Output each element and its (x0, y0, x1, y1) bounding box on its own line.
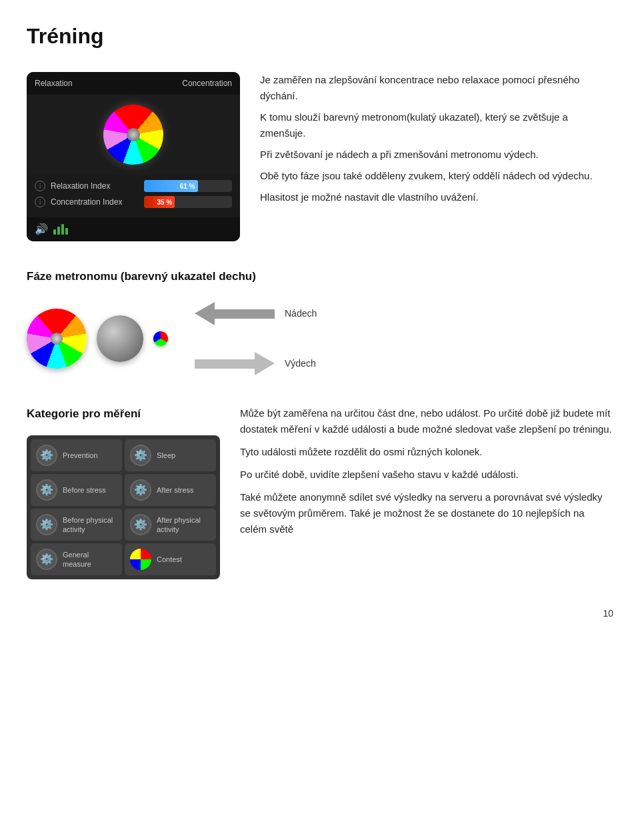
kat-contest-icon (130, 549, 151, 570)
svg-marker-0 (195, 302, 275, 325)
kat-after-physical-label: After physical activity (157, 515, 211, 535)
app-label-concentration: Concentration (182, 77, 232, 89)
concentration-bar: 35 % (144, 196, 175, 208)
concentration-index-label: Concentration Index (51, 196, 139, 208)
app-label-relaxation: Relaxation (35, 77, 73, 89)
intro-p2: K tomu slouží barevný metronom(kulatý uk… (260, 109, 613, 141)
kat-before-physical-label: Before physical activity (63, 515, 117, 535)
metronome-dial-medium (97, 315, 143, 362)
app-bottom-bar: 🔊 (27, 217, 240, 241)
relaxation-bar: 61 % (144, 180, 198, 192)
concentration-pct: 35 % (157, 197, 172, 207)
nadech-label: Nádech (285, 307, 317, 321)
kategorie-left: Kategorie pro měření ⚙️ Prevention ⚙️ Sl… (27, 405, 220, 580)
kat-prevention-label: Prevention (63, 451, 98, 460)
nadech-group: Nádech (195, 299, 317, 329)
concentration-index-row: i Concentration Index 35 % (35, 196, 232, 208)
vydech-arrow-icon (195, 349, 275, 379)
kat-before-physical-icon: ⚙️ (36, 514, 57, 535)
top-section: Relaxation Concentration i Relaxation In… (27, 72, 613, 241)
kat-before-physical[interactable]: ⚙️ Before physical activity (31, 509, 122, 541)
kat-contest[interactable]: Contest (125, 543, 216, 575)
main-dial (103, 105, 163, 165)
app-top-bar: Relaxation Concentration (27, 72, 240, 95)
kat-after-stress-icon: ⚙️ (130, 479, 151, 501)
kat-general-measure-label: General measure (63, 550, 117, 569)
relaxation-bar-container: 61 % (144, 180, 232, 192)
volume-bars (53, 224, 68, 235)
vydech-label: Výdech (285, 357, 316, 371)
arrows-wrapper: Nádech Výdech (195, 299, 317, 379)
kat-prevention[interactable]: ⚙️ Prevention (31, 439, 122, 471)
vol-bar-4 (65, 228, 68, 235)
vol-bar-1 (53, 229, 56, 235)
kat-after-stress[interactable]: ⚙️ After stress (125, 474, 216, 506)
intro-p3: Při zvětšovaní je nádech a při zmenšován… (260, 147, 613, 163)
relaxation-info-icon[interactable]: i (35, 181, 45, 191)
metronome-dial-large (27, 309, 87, 369)
kat-p1: Může být zaměřena na určitou část dne, n… (240, 405, 613, 437)
intro-p1: Je zaměřen na zlepšování koncentrace neb… (260, 72, 613, 104)
intro-p5: Hlasitost je možné nastavit dle vlastníh… (260, 189, 613, 205)
kategorie-grid: ⚙️ Prevention ⚙️ Sleep ⚙️ Before stress … (27, 435, 220, 579)
kategorie-section: Kategorie pro měření ⚙️ Prevention ⚙️ Sl… (27, 405, 613, 580)
relaxation-pct: 61 % (180, 181, 195, 191)
app-dial-area (27, 95, 240, 175)
metronome-section: Fáze metronomu (barevný ukazatel dechu) … (27, 268, 613, 379)
app-indices: i Relaxation Index 61 % i Concentration … (27, 175, 240, 217)
kat-p4: Také můžete anonymně sdílet své výsledky… (240, 489, 613, 537)
vol-bar-2 (57, 227, 60, 235)
metronome-dials (27, 309, 168, 369)
kategorie-description: Může být zaměřena na určitou část dne, n… (240, 405, 613, 580)
intro-p4: Obě tyto fáze jsou také odděleny zvukem,… (260, 168, 613, 184)
kat-after-physical-icon: ⚙️ (130, 514, 151, 535)
kat-before-stress-label: Before stress (63, 485, 106, 495)
relaxation-index-row: i Relaxation Index 61 % (35, 180, 232, 192)
intro-text: Je zaměřen na zlepšování koncentrace neb… (260, 72, 613, 211)
page-title: Tréning (27, 20, 613, 52)
relaxation-index-label: Relaxation Index (51, 180, 139, 192)
kat-prevention-icon: ⚙️ (36, 445, 57, 466)
app-screenshot: Relaxation Concentration i Relaxation In… (27, 72, 240, 241)
vydech-group: Výdech (195, 349, 316, 379)
page-number: 10 (603, 608, 613, 619)
kategorie-title: Kategorie pro měření (27, 405, 220, 423)
concentration-info-icon[interactable]: i (35, 197, 45, 207)
kat-sleep-label: Sleep (157, 451, 175, 460)
kat-before-stress[interactable]: ⚙️ Before stress (31, 474, 122, 506)
kat-p2: Tyto události můžete rozdělit do osmi rů… (240, 444, 613, 460)
metronome-dial-small (153, 331, 168, 346)
kat-after-physical[interactable]: ⚙️ After physical activity (125, 509, 216, 541)
kat-general-measure-icon: ⚙️ (36, 549, 57, 570)
metronome-content: Nádech Výdech (27, 299, 613, 379)
speaker-icon: 🔊 (35, 221, 48, 237)
kat-p3: Po určité době, uvidíte zlepšení vašeho … (240, 467, 613, 483)
concentration-bar-container: 35 % (144, 196, 232, 208)
vol-bar-3 (61, 224, 64, 235)
svg-marker-1 (195, 352, 275, 375)
kat-contest-label: Contest (157, 555, 182, 564)
kat-general-measure[interactable]: ⚙️ General measure (31, 543, 122, 575)
kat-sleep[interactable]: ⚙️ Sleep (125, 439, 216, 471)
nadech-arrow-icon (195, 299, 275, 329)
kat-before-stress-icon: ⚙️ (36, 479, 57, 501)
metronome-section-title: Fáze metronomu (barevný ukazatel dechu) (27, 268, 613, 285)
kat-sleep-icon: ⚙️ (130, 445, 151, 466)
kat-after-stress-label: After stress (157, 485, 194, 495)
